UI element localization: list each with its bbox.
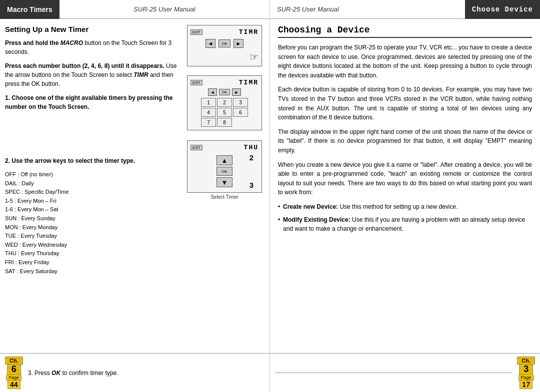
bullet-modify-bold: Modify Existing Device: xyxy=(283,216,350,223)
timer-option-1-6: 1-6 : Every Mon – Sat xyxy=(5,205,180,214)
badge-3: 3 xyxy=(250,181,254,189)
exit-btn-1: EXIT xyxy=(190,29,202,35)
macro-timers-label: Macro Timers xyxy=(7,5,52,13)
diagram-thu: EXIT THU ▲ OK ▼ 2 3 Select Timer xyxy=(187,140,262,200)
ch-badge-right: Ch. 3 Page 17 xyxy=(517,357,535,389)
num-btn-8[interactable]: 8 xyxy=(217,118,232,127)
page-label-left: Page xyxy=(6,375,22,381)
exit-btn-3: EXIT xyxy=(190,145,202,150)
left-arrow-1[interactable]: ◄ xyxy=(206,39,216,48)
badge-2: 2 xyxy=(250,153,254,162)
ch-badge-left: Ch. 6 Page 44 xyxy=(5,357,23,389)
num-btn-1[interactable]: 1 xyxy=(201,98,216,107)
timer-option-off: OFF : Off (no timer) xyxy=(5,170,180,179)
ch-num-left: 6 xyxy=(7,365,21,375)
right-panel: SUR-25 User Manual Choose Device Choosin… xyxy=(270,0,540,392)
left-images-col: EXIT TIMR ◄ OK ► ☞ EXIT TIMR xyxy=(184,25,264,353)
section-title: Setting Up a New Timer xyxy=(5,25,180,33)
timer-option-dail: DAIL : Daily xyxy=(5,179,180,188)
thu-label: THU xyxy=(244,144,258,151)
right-title: Choosing a Device xyxy=(278,25,532,38)
bullet-create-device: Create new Device: Use this method for s… xyxy=(278,202,532,211)
timer-option-wed: WED : Every Wednesday xyxy=(5,241,180,250)
right-para-3: The display window in the upper right ha… xyxy=(278,127,532,155)
timr-label-2: TIMR xyxy=(239,79,258,86)
num-btn-2[interactable]: 2 xyxy=(217,98,232,107)
bullet-create-text: Use this method for setting up a new dev… xyxy=(338,203,458,210)
hand-icon-1: ☞ xyxy=(190,51,258,63)
timer-options-list: OFF : Off (no timer) DAIL : Daily SPEC :… xyxy=(5,170,180,276)
timer-option-1-5: 1-5 : Every Mon – Fri xyxy=(5,197,180,206)
exit-btn-2: EXIT xyxy=(190,80,202,85)
ch-num-right: 3 xyxy=(519,365,533,375)
page-label-right: Page xyxy=(518,375,534,381)
num-btn-7[interactable]: 7 xyxy=(201,118,216,127)
ok-btn-3[interactable]: OK xyxy=(216,167,232,176)
right-para-4: When you create a new device you give it… xyxy=(278,160,532,197)
num-btn-4[interactable]: 4 xyxy=(201,108,216,117)
number-grid: 1 2 3 4 5 6 7 8 xyxy=(190,98,258,127)
timer-option-sat: SAT : Every Saturday xyxy=(5,267,180,276)
ch-label-left: Ch. xyxy=(5,357,23,365)
bullet-modify-device: Modify Existing Device: Use this if you … xyxy=(278,215,532,233)
timer-option-thu: THU : Every Thursday xyxy=(5,249,180,258)
bullet-create-bold: Create new Device: xyxy=(283,203,338,210)
right-footer: Ch. 3 Page 17 xyxy=(270,353,540,392)
sur25-label-right: SUR-25 User Manual xyxy=(270,5,465,13)
step-use-arrow: 2. Use the arrow keys to select the time… xyxy=(5,156,180,165)
num-btn-3[interactable]: 3 xyxy=(233,98,248,107)
left-text-col: Setting Up a New Timer Press and hold th… xyxy=(5,25,184,353)
select-timer-caption: Select Timer xyxy=(187,194,262,200)
left-content: Setting Up a New Timer Press and hold th… xyxy=(0,19,270,353)
left-header: Macro Timers SUR-25 User Manual xyxy=(0,0,270,19)
sur25-label-left: SUR-25 User Manual xyxy=(60,5,270,13)
step-choose-timer: 1. Choose one of the eight available tim… xyxy=(5,93,180,111)
timer-option-tue: TUE : Every Tuesday xyxy=(5,232,180,241)
up-btn[interactable]: ▲ xyxy=(216,155,232,165)
footer-step-3: 3. Press OK to confirm timer type. xyxy=(28,370,118,377)
timer-option-sun: SUN : Every Sunday xyxy=(5,214,180,223)
timer-option-fri: FRI : Every Friday xyxy=(5,258,180,267)
step-press-number: Press each number button (2, 4, 6, 8) un… xyxy=(5,61,180,88)
left-footer: Ch. 6 Page 44 3. Press OK to confirm tim… xyxy=(0,353,270,392)
timer-option-spec: SPEC : Specific Day/Time xyxy=(5,188,180,197)
num-btn-5[interactable]: 5 xyxy=(217,108,232,117)
right-para-2: Each device button is capable of storing… xyxy=(278,85,532,122)
num-btn-6[interactable]: 6 xyxy=(233,108,248,117)
macro-timers-tab: Macro Timers xyxy=(0,0,60,19)
timr-label-1: TIMR xyxy=(239,28,258,36)
diagram-timr-2: EXIT TIMR ◄ OK ► 1 2 3 4 5 6 7 xyxy=(187,75,262,130)
left-panel: Macro Timers SUR-25 User Manual Setting … xyxy=(0,0,270,392)
right-header: SUR-25 User Manual Choose Device xyxy=(270,0,540,19)
choose-device-tab: Choose Device xyxy=(465,0,540,19)
ok-btn-2[interactable]: OK xyxy=(219,89,230,95)
right-arrow-1[interactable]: ► xyxy=(234,39,244,48)
right-arrow-2[interactable]: ► xyxy=(232,88,241,96)
right-content: Choosing a Device Before you can program… xyxy=(270,19,540,353)
step-press-hold: Press and hold the MACRO button on the T… xyxy=(5,38,180,56)
footer-divider xyxy=(275,373,512,373)
ch-label-right: Ch. xyxy=(517,357,535,365)
right-para-1: Before you can program the SUR-25 to ope… xyxy=(278,43,532,80)
page-num-right: 17 xyxy=(520,381,532,389)
choose-device-label: Choose Device xyxy=(472,5,533,13)
left-arrow-2[interactable]: ◄ xyxy=(208,88,217,96)
ok-btn-1[interactable]: OK xyxy=(218,39,230,47)
diagram-timr-1: EXIT TIMR ◄ OK ► ☞ xyxy=(187,25,262,66)
page-num-left: 44 xyxy=(8,381,20,389)
down-btn[interactable]: ▼ xyxy=(216,177,232,187)
timer-option-mon: MON : Every Monday xyxy=(5,223,180,232)
